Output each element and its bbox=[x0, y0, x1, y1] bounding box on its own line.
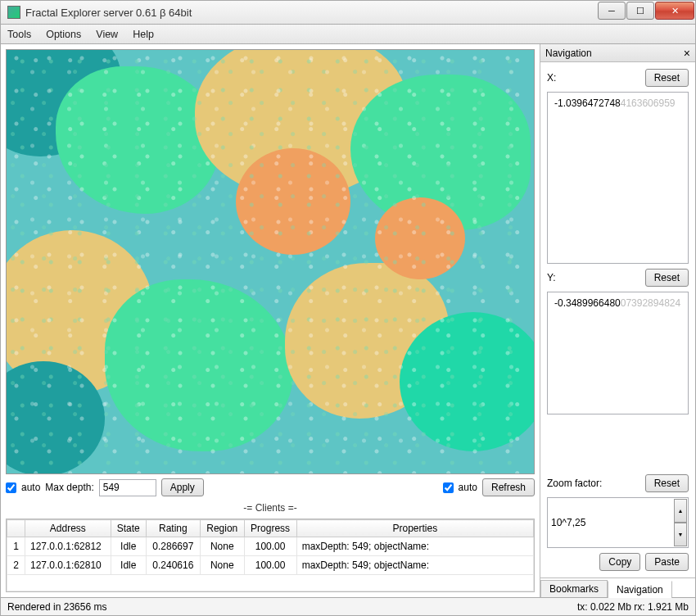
maximize-button[interactable]: ☐ bbox=[626, 2, 654, 20]
col-state[interactable]: State bbox=[111, 520, 146, 537]
tab-bookmarks[interactable]: Bookmarks bbox=[540, 580, 608, 597]
nav-panel-close-icon[interactable]: × bbox=[684, 47, 690, 60]
status-bar: Rendered in 23656 ms tx: 0.022 Mb rx: 1.… bbox=[0, 598, 696, 616]
max-depth-label: Max depth: bbox=[45, 482, 93, 493]
menu-bar: Tools Options View Help bbox=[0, 25, 696, 44]
window-titlebar: Fractal Explorer server 0.61 β 64bit ─ ☐… bbox=[0, 0, 696, 25]
auto-depth-label: auto bbox=[21, 482, 40, 493]
reset-y-button[interactable]: Reset bbox=[645, 269, 689, 287]
zoom-spin-down[interactable]: ▼ bbox=[674, 523, 687, 546]
x-label: X: bbox=[547, 72, 645, 84]
reset-x-button[interactable]: Reset bbox=[645, 69, 689, 87]
menu-tools[interactable]: Tools bbox=[7, 29, 31, 40]
col-rating[interactable]: Rating bbox=[146, 520, 200, 537]
left-panel: auto Max depth: Apply auto Refresh -= Cl… bbox=[1, 44, 540, 597]
clients-header: -= Clients =- bbox=[6, 500, 535, 515]
clients-table: Address State Rating Region Progress Pro… bbox=[6, 519, 535, 592]
max-depth-input[interactable] bbox=[99, 479, 156, 496]
zoom-factor-input[interactable]: 10^7,25 ▲ ▼ bbox=[547, 497, 689, 549]
y-label: Y: bbox=[547, 272, 645, 283]
menu-options[interactable]: Options bbox=[46, 29, 81, 40]
navigation-panel: Navigation × X: Reset -1.039647274841636… bbox=[540, 44, 695, 597]
col-idx[interactable] bbox=[7, 520, 25, 537]
nav-panel-header: Navigation × bbox=[540, 44, 695, 62]
col-region[interactable]: Region bbox=[200, 520, 244, 537]
menu-view[interactable]: View bbox=[96, 29, 118, 40]
col-progress[interactable]: Progress bbox=[244, 520, 296, 537]
col-address[interactable]: Address bbox=[25, 520, 111, 537]
window-title: Fractal Explorer server 0.61 β 64bit bbox=[25, 7, 598, 19]
fractal-viewport[interactable] bbox=[6, 49, 535, 474]
side-tabs: Bookmarks Navigation bbox=[540, 578, 695, 597]
table-row[interactable]: 1127.0.0.1:62812Idle0.286697None100.00ma… bbox=[7, 537, 534, 556]
zoom-value: 10^7,25 bbox=[551, 517, 585, 528]
minimize-button[interactable]: ─ bbox=[598, 2, 626, 20]
auto-depth-checkbox[interactable] bbox=[6, 482, 16, 493]
y-coordinate-field[interactable]: -0.348996648007392894824 bbox=[547, 292, 689, 414]
close-button[interactable]: ✕ bbox=[655, 2, 694, 20]
x-coordinate-field[interactable]: -1.03964727484163606959 bbox=[547, 92, 689, 264]
menu-help[interactable]: Help bbox=[133, 29, 154, 40]
auto-refresh-checkbox[interactable] bbox=[443, 482, 454, 493]
reset-zoom-button[interactable]: Reset bbox=[645, 474, 689, 492]
refresh-button[interactable]: Refresh bbox=[482, 478, 535, 496]
app-icon bbox=[7, 6, 20, 19]
status-network: tx: 0.022 Mb rx: 1.921 Mb bbox=[577, 601, 689, 613]
tab-navigation[interactable]: Navigation bbox=[608, 581, 672, 598]
copy-button[interactable]: Copy bbox=[599, 553, 640, 571]
zoom-spin-up[interactable]: ▲ bbox=[674, 499, 687, 523]
paste-button[interactable]: Paste bbox=[645, 553, 689, 571]
table-row[interactable]: 2127.0.0.1:62810Idle0.240616None100.00ma… bbox=[7, 556, 534, 575]
status-render-time: Rendered in 23656 ms bbox=[7, 601, 106, 613]
depth-control-row: auto Max depth: Apply auto Refresh bbox=[6, 478, 535, 497]
apply-button[interactable]: Apply bbox=[161, 478, 204, 496]
col-properties[interactable]: Properties bbox=[296, 520, 533, 537]
auto-refresh-label: auto bbox=[459, 482, 477, 493]
zoom-label: Zoom factor: bbox=[547, 478, 645, 489]
nav-panel-title: Navigation bbox=[545, 48, 592, 59]
